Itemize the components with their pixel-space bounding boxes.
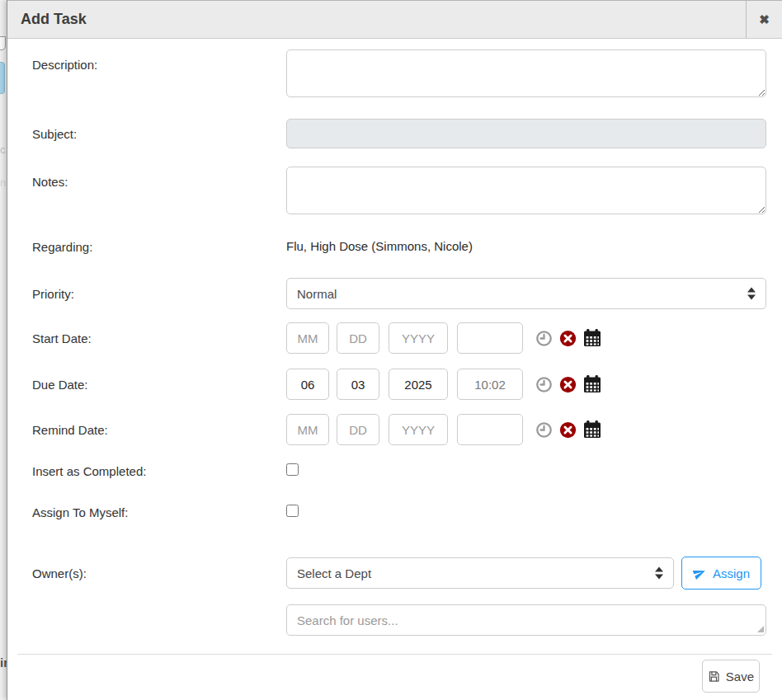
- due-time-picker-button[interactable]: [535, 376, 553, 393]
- insert-completed-row: Insert as Completed:: [32, 463, 766, 479]
- background-fragment-box: [0, 36, 6, 50]
- start-time-input[interactable]: [457, 322, 523, 354]
- dept-select[interactable]: Select a Dept: [286, 557, 674, 589]
- start-date-calendar-button[interactable]: [583, 329, 601, 347]
- close-icon: ✖: [759, 12, 770, 27]
- due-date-calendar-button[interactable]: [583, 375, 601, 393]
- subject-label: Subject:: [32, 127, 286, 141]
- assign-button-label: Assign: [713, 566, 750, 580]
- owners-label: Owner(s):: [32, 566, 286, 580]
- remind-date-label: Remind Date:: [32, 423, 286, 437]
- priority-row: Priority: Normal: [32, 278, 766, 309]
- notes-label: Notes:: [32, 167, 286, 189]
- calendar-icon: [583, 375, 601, 393]
- due-month-input[interactable]: [286, 369, 329, 400]
- save-button[interactable]: Save: [702, 660, 760, 693]
- background-text-fragment: c: [0, 143, 6, 156]
- remind-month-input[interactable]: [286, 414, 329, 445]
- start-date-row: Start Date:: [32, 322, 766, 354]
- clear-circle-icon: [559, 376, 577, 393]
- subject-input: [286, 119, 766, 148]
- start-day-input[interactable]: [337, 322, 379, 354]
- priority-select[interactable]: Normal: [286, 278, 766, 309]
- remind-date-row: Remind Date:: [32, 414, 766, 445]
- assign-myself-checkbox[interactable]: [286, 505, 299, 517]
- due-time-input[interactable]: [457, 369, 523, 400]
- due-date-clear-button[interactable]: [559, 376, 577, 393]
- start-year-input[interactable]: [389, 322, 448, 354]
- modal-header: Add Task ✖: [7, 0, 782, 39]
- user-search-row: [32, 604, 766, 636]
- due-day-input[interactable]: [337, 369, 379, 400]
- start-date-label: Start Date:: [32, 331, 286, 345]
- save-floppy-icon: [708, 669, 720, 684]
- owners-row: Owner(s): Select a Dept Assign: [32, 557, 766, 590]
- remind-time-picker-button[interactable]: [535, 421, 553, 439]
- description-textarea[interactable]: [286, 49, 766, 97]
- due-date-row: Due Date:: [32, 369, 766, 400]
- background-fragment-highlight: [0, 62, 5, 94]
- description-label: Description:: [32, 49, 286, 72]
- insert-completed-checkbox[interactable]: [286, 463, 299, 476]
- close-button[interactable]: ✖: [746, 1, 782, 38]
- remind-year-input[interactable]: [389, 414, 448, 445]
- paper-plane-icon: [693, 566, 706, 580]
- footer-divider: [17, 654, 772, 655]
- assign-myself-label: Assign To Myself:: [32, 505, 286, 519]
- modal-title: Add Task: [7, 1, 746, 38]
- save-button-label: Save: [726, 669, 754, 684]
- remind-time-input[interactable]: [457, 414, 523, 445]
- priority-label: Priority:: [32, 287, 286, 301]
- assign-button[interactable]: Assign: [681, 557, 761, 590]
- clock-icon: [535, 421, 553, 439]
- notes-row: Notes:: [32, 167, 766, 218]
- regarding-value: Flu, High Dose (Simmons, Nicole): [286, 239, 473, 253]
- start-month-input[interactable]: [286, 322, 329, 354]
- due-year-input[interactable]: [389, 369, 448, 400]
- modal-body: Description: Subject: Notes: Regarding: …: [7, 39, 782, 636]
- remind-date-clear-button[interactable]: [559, 421, 577, 439]
- subject-row: Subject:: [32, 119, 766, 148]
- clear-circle-icon: [559, 330, 577, 347]
- user-search-input[interactable]: [286, 604, 766, 636]
- insert-completed-label: Insert as Completed:: [32, 464, 286, 478]
- clear-circle-icon: [559, 421, 577, 439]
- remind-day-input[interactable]: [337, 414, 379, 445]
- calendar-icon: [583, 329, 601, 347]
- regarding-row: Regarding: Flu, High Dose (Simmons, Nico…: [32, 239, 766, 254]
- notes-textarea[interactable]: [286, 167, 766, 214]
- description-row: Description:: [32, 49, 766, 101]
- calendar-icon: [583, 420, 601, 439]
- resize-handle-icon[interactable]: [757, 626, 764, 632]
- clock-icon: [535, 376, 553, 393]
- start-time-picker-button[interactable]: [535, 330, 553, 347]
- add-task-modal: Add Task ✖ Description: Subject: Notes:: [7, 0, 782, 700]
- assign-myself-row: Assign To Myself:: [32, 505, 766, 520]
- clock-icon: [535, 330, 553, 347]
- regarding-label: Regarding:: [32, 240, 286, 254]
- remind-date-calendar-button[interactable]: [583, 420, 601, 439]
- due-date-label: Due Date:: [32, 378, 286, 392]
- start-date-clear-button[interactable]: [559, 330, 577, 347]
